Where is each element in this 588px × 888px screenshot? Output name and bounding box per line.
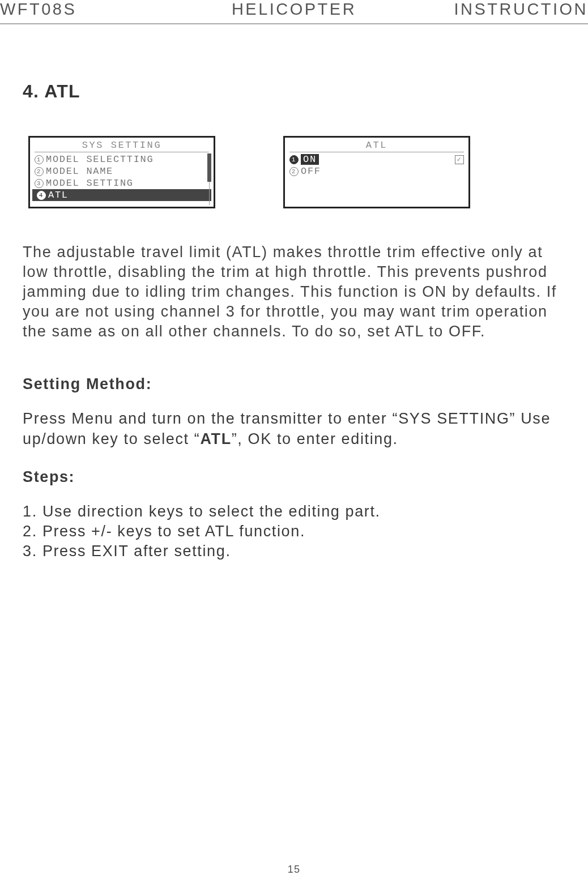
lcd2-item-2-num-icon: 2	[289, 167, 299, 176]
lcd2-item-off: 2 OFF	[285, 165, 468, 177]
lcd1-title: SYS SETTING	[35, 140, 209, 152]
page-number: 15	[288, 864, 301, 876]
lcd2-title: ATL	[289, 140, 464, 152]
lcd1-item-4-selected: 4 ATL	[32, 189, 211, 201]
lcd2-checkbox-checked-icon: ✓	[455, 155, 464, 164]
lcd1-item-4-label: ATL	[48, 190, 69, 200]
lcd1-scrollbar-thumb	[207, 153, 211, 182]
lcd1-item-2: 2 MODEL NAME	[30, 165, 214, 177]
lcd1-item-3-num-icon: 3	[35, 179, 44, 188]
step-1: 1. Use direction keys to select the edit…	[23, 502, 565, 522]
setting-method-heading: Setting Method:	[23, 375, 565, 393]
lcd2-item-2-label: OFF	[301, 166, 321, 177]
lcd1-item-3-label: MODEL SETTING	[46, 178, 134, 189]
header-doc-type: INSTRUCTION	[392, 0, 588, 19]
description-paragraph: The adjustable travel limit (ATL) makes …	[23, 242, 565, 341]
header-model: WFT08S	[0, 0, 196, 19]
lcd2-item-1-num-icon: 1	[289, 155, 299, 164]
lcd1-item-4-num-icon: 4	[37, 191, 46, 200]
lcd1-item-1: 1 MODEL SELECTTING	[30, 153, 214, 165]
lcd1-item-2-label: MODEL NAME	[46, 166, 113, 177]
lcd-screens-row: SYS SETTING 1 MODEL SELECTTING 2 MODEL N…	[23, 136, 565, 208]
step-2: 2. Press +/- keys to set ATL function.	[23, 522, 565, 541]
step-3: 3. Press EXIT after setting.	[23, 541, 565, 561]
page-content: 4. ATL SYS SETTING 1 MODEL SELECTTING 2 …	[0, 81, 588, 561]
lcd1-scrollbar	[207, 153, 212, 205]
lcd-sys-setting: SYS SETTING 1 MODEL SELECTTING 2 MODEL N…	[28, 136, 215, 208]
setting-method-bold-atl: ATL	[200, 430, 231, 447]
page-header: WFT08S HELICOPTER INSTRUCTION	[0, 0, 588, 24]
lcd2-item-on: 1 ON ✓	[285, 153, 468, 165]
lcd1-item-1-label: MODEL SELECTTING	[46, 154, 154, 165]
lcd1-item-2-num-icon: 2	[35, 167, 44, 176]
setting-method-paragraph: Press Menu and turn on the transmitter t…	[23, 409, 565, 449]
lcd2-item-1-label: ON	[301, 154, 319, 165]
header-category: HELICOPTER	[196, 0, 392, 19]
section-title: 4. ATL	[23, 81, 565, 102]
lcd1-item-1-num-icon: 1	[35, 155, 44, 164]
lcd-atl: ATL 1 ON ✓ 2 OFF	[283, 136, 470, 208]
setting-method-text-post: ”, OK to enter editing.	[232, 430, 398, 447]
steps-heading: Steps:	[23, 468, 565, 486]
lcd1-item-3: 3 MODEL SETTING	[30, 177, 214, 189]
